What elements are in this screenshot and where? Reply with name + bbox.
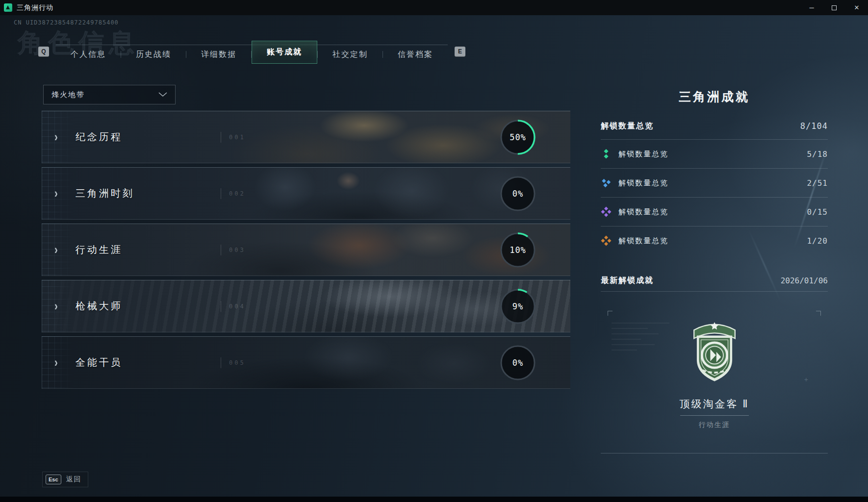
close-icon: ✕ — [854, 4, 860, 11]
panel-title: 三角洲成就 — [601, 89, 828, 104]
chevron-right-icon: › — [54, 130, 58, 144]
key-hint-next: E — [455, 47, 465, 56]
category-title: 三角洲时刻 — [76, 187, 134, 200]
tier-row: 解锁数量总览0/15 — [601, 198, 828, 226]
category-index: 003 — [229, 247, 246, 253]
total-unlocked-value: 8/104 — [800, 121, 828, 131]
progress-ring: 0% — [500, 176, 536, 212]
minimize-icon: ─ — [809, 4, 814, 11]
meta-divider — [221, 188, 221, 199]
corner-bracket-decoration — [816, 311, 821, 316]
category-title: 纪念历程 — [76, 130, 123, 144]
achievements-summary-panel: 三角洲成就 解锁数量总览 8/104 解锁数量总览5/18解锁数量总览2/51解… — [601, 78, 828, 453]
name-underline — [680, 415, 749, 416]
achievement-category-list: ›纪念历程00150%›三角洲时刻0020%›行动生涯00310%›枪械大师00… — [42, 111, 570, 393]
chevron-right-icon: › — [54, 355, 58, 370]
terminal-text-decoration — [612, 323, 670, 355]
progress-ring: 9% — [500, 288, 536, 325]
tab-bar: Q 个人信息历史战绩详细数据账号成就社交定制信誉档案 E — [38, 39, 465, 64]
tier-unlocked-label: 解锁数量总览 — [618, 207, 668, 217]
tier-list: 解锁数量总览5/18解锁数量总览2/51解锁数量总览0/15解锁数量总览1/20 — [601, 140, 828, 255]
tier-blue-diamond-icon — [601, 177, 612, 188]
latest-achievement-header: 最新解锁成就 2026/01/06 — [601, 273, 828, 288]
progress-percent-label: 10% — [500, 232, 536, 268]
chevron-right-icon: › — [54, 243, 58, 257]
tier-unlocked-label: 解锁数量总览 — [618, 236, 668, 246]
tier-row: 解锁数量总览1/20 — [601, 226, 828, 255]
tab-账号成就[interactable]: 账号成就 — [252, 41, 317, 64]
latest-achievement-label: 最新解锁成就 — [601, 276, 654, 286]
main-stage: CN UID38723854872249785400 角色信息 Q 个人信息历史… — [0, 15, 868, 502]
mode-filter-value: 烽火地带 — [51, 90, 85, 100]
progress-ring: 50% — [500, 119, 536, 155]
close-button[interactable]: ✕ — [845, 0, 868, 15]
bottom-letterbox — [0, 497, 868, 502]
category-row-行动生涯[interactable]: ›行动生涯00310% — [42, 224, 570, 276]
tier-unlocked-value: 0/15 — [807, 207, 828, 217]
achievement-badge-icon — [687, 314, 742, 387]
category-index: 004 — [229, 303, 246, 310]
plus-mark-decoration: + — [804, 376, 808, 383]
chevron-right-icon: › — [54, 186, 58, 201]
divider — [601, 291, 828, 292]
category-row-纪念历程[interactable]: ›纪念历程00150% — [42, 111, 570, 163]
key-hint-prev: Q — [38, 47, 49, 56]
total-unlocked-label: 解锁数量总览 — [601, 121, 654, 131]
maximize-button[interactable] — [823, 0, 845, 15]
tier-orange-diamond-icon — [601, 235, 612, 246]
category-row-全能干员[interactable]: ›全能干员0050% — [42, 336, 570, 389]
category-index: 001 — [229, 134, 246, 141]
tab-list: 个人信息历史战绩详细数据账号成就社交定制信誉档案 — [56, 45, 448, 64]
latest-achievement-date: 2026/01/06 — [781, 276, 828, 285]
esc-key-badge: Esc — [46, 475, 61, 484]
progress-percent-label: 0% — [500, 176, 536, 212]
meta-divider — [221, 357, 221, 368]
chevron-right-icon: › — [54, 299, 58, 313]
category-row-枪械大师[interactable]: ›枪械大师0049% — [42, 280, 570, 332]
category-meta: 003 — [221, 245, 246, 255]
latest-achievement-name: 顶级淘金客 Ⅱ — [601, 397, 828, 411]
minimize-button[interactable]: ─ — [800, 0, 823, 15]
tier-unlocked-value: 1/20 — [807, 236, 828, 246]
tab-信誉档案[interactable]: 信誉档案 — [383, 45, 448, 64]
meta-divider — [221, 301, 221, 312]
category-row-三角洲时刻[interactable]: ›三角洲时刻0020% — [42, 167, 570, 220]
tier-green-diamond-icon — [601, 149, 612, 159]
latest-achievement-category: 行动生涯 — [601, 421, 828, 429]
back-button[interactable]: Esc 返回 — [42, 472, 88, 487]
category-index: 005 — [229, 359, 246, 366]
category-index: 002 — [229, 190, 246, 197]
tab-详细数据[interactable]: 详细数据 — [186, 45, 251, 64]
title-bar: 三角洲行动 ─ ✕ — [0, 0, 868, 15]
category-meta: 001 — [221, 132, 246, 143]
progress-percent-label: 9% — [500, 288, 536, 325]
corner-bracket-decoration — [608, 311, 613, 316]
category-meta: 002 — [221, 188, 246, 199]
category-meta: 004 — [221, 301, 246, 312]
category-title: 全能干员 — [76, 356, 123, 369]
category-title: 枪械大师 — [76, 300, 123, 313]
tier-unlocked-value: 2/51 — [807, 178, 828, 188]
tier-unlocked-label: 解锁数量总览 — [618, 150, 668, 159]
window-controls: ─ ✕ — [800, 0, 868, 15]
app-logo-icon — [4, 3, 12, 12]
tab-历史战绩[interactable]: 历史战绩 — [121, 45, 186, 64]
meta-divider — [221, 132, 221, 143]
category-meta: 005 — [221, 357, 246, 368]
maximize-icon — [832, 5, 837, 10]
tier-purple-diamond-icon — [601, 206, 612, 217]
meta-divider — [221, 245, 221, 255]
latest-achievement-visual: + — [601, 314, 828, 387]
window-title: 三角洲行动 — [17, 3, 53, 12]
tab-社交定制[interactable]: 社交定制 — [318, 45, 383, 64]
progress-percent-label: 50% — [500, 119, 536, 155]
progress-ring: 10% — [500, 232, 536, 268]
total-unlocked-row: 解锁数量总览 8/104 — [601, 119, 828, 133]
tab-个人信息[interactable]: 个人信息 — [56, 45, 121, 64]
chevron-down-icon — [158, 90, 167, 99]
category-title: 行动生涯 — [76, 243, 123, 256]
back-button-label: 返回 — [66, 475, 82, 484]
progress-percent-label: 0% — [500, 345, 536, 381]
mode-filter-dropdown[interactable]: 烽火地带 — [43, 85, 176, 104]
progress-ring: 0% — [500, 345, 536, 381]
